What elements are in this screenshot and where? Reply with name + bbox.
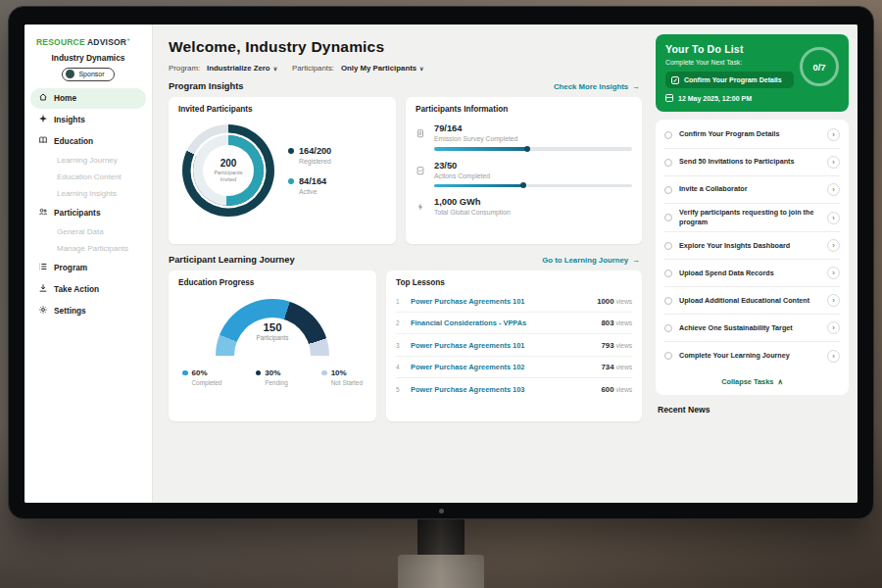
progress-fill (434, 147, 529, 151)
program-filter-dropdown[interactable]: Industrialize Zero ∨ (207, 64, 277, 73)
task-row[interactable]: Complete Your Learning Journey › (664, 342, 840, 369)
task-checkbox[interactable] (664, 131, 672, 139)
task-checkbox[interactable] (664, 324, 672, 332)
legend-value: 60% (192, 368, 222, 377)
chevron-right-button[interactable]: › (827, 350, 840, 363)
views-unit: views (616, 342, 633, 349)
lesson-link[interactable]: Power Purchase Agreements 101 (411, 341, 593, 350)
chevron-right-button[interactable]: › (827, 321, 840, 334)
chevron-right-button[interactable]: › (827, 212, 840, 224)
program-insights-header: Program Insights Check More Insights → (169, 81, 640, 91)
task-checkbox[interactable] (664, 242, 672, 250)
collapse-tasks-link[interactable]: Collapse Tasks ∧ (664, 369, 840, 395)
task-checkbox[interactable] (664, 270, 672, 277)
legend-dot (288, 148, 294, 154)
monitor-stand-base (398, 555, 484, 588)
sidebar-item-take-action[interactable]: Take Action (30, 279, 146, 300)
task-checkbox[interactable] (664, 214, 672, 221)
org-name: Industry Dynamics (24, 53, 152, 63)
task-checkbox[interactable] (664, 352, 672, 360)
card-title: Top Lessons (396, 278, 632, 287)
donut-center: 200 Participants Invited (203, 145, 254, 196)
views-unit: views (616, 364, 633, 370)
chevron-right-button[interactable]: › (827, 239, 840, 252)
task-checkbox[interactable] (664, 186, 672, 194)
views-unit: views (616, 386, 633, 393)
legend-not-started: 10% Not Started (321, 368, 363, 386)
lesson-rank: 5 (396, 386, 403, 393)
task-label: Complete Your Learning Journey (679, 351, 820, 361)
task-row[interactable]: Achieve One Sustainability Target › (664, 315, 840, 342)
invited-participants-card: Invited Participants 200 Participants In… (169, 97, 396, 244)
participants-filter-dropdown[interactable]: Only My Participants ∨ (341, 64, 424, 73)
todo-progress-ring: 0/7 (800, 47, 839, 86)
task-row[interactable]: Send 50 Invitations to Participants › (664, 149, 840, 176)
app-logo: RESOURCE ADVISOR+ (24, 24, 152, 50)
legend-value: 84/164 (299, 176, 326, 186)
invited-participants-donut-chart: 200 Participants Invited (182, 124, 274, 217)
task-row[interactable]: Upload Spend Data Records › (664, 260, 840, 287)
sponsor-icon (66, 70, 74, 78)
legend-active: 84/164 Active (288, 176, 331, 195)
sidebar-item-education[interactable]: Education (30, 131, 146, 152)
progress-fill (434, 184, 525, 188)
views-count: 734 (601, 363, 613, 371)
lesson-views: 734views (601, 363, 632, 371)
stat-label: Total Global Consumption (434, 209, 632, 216)
link-label: Go to Learning Journey (542, 256, 628, 265)
sidebar-item-label: Manage Participants (57, 244, 128, 253)
sidebar-item-participants[interactable]: Participants (30, 203, 146, 223)
sidebar-item-label: Settings (54, 306, 86, 316)
views-unit: views (616, 298, 633, 305)
sponsor-badge[interactable]: Sponsor (62, 68, 114, 81)
collapse-up-icon: ∧ (777, 377, 782, 386)
donut-center-value: 200 (220, 158, 237, 169)
lesson-link[interactable]: Power Purchase Agreements 103 (411, 385, 593, 394)
todo-tasks-card: Confirm Your Program Details › Send 50 I… (656, 120, 849, 395)
sidebar-item-insights[interactable]: Insights (30, 110, 146, 130)
task-row[interactable]: Explore Your Insights Dashboard › (664, 232, 840, 260)
sidebar-item-learning-insights[interactable]: Learning Insights (30, 186, 146, 202)
task-label: Upload Spend Data Records (679, 269, 820, 278)
logo-secondary: ADVISOR (87, 37, 126, 47)
task-checkbox[interactable] (664, 297, 672, 305)
next-task-pill[interactable]: ✓ Confirm Your Program Details (665, 72, 794, 88)
learning-journey-header: Participant Learning Journey Go to Learn… (169, 255, 640, 265)
sidebar-item-home[interactable]: Home (30, 88, 146, 109)
chevron-right-button[interactable]: › (827, 294, 840, 307)
arrow-right-icon: → (632, 82, 640, 91)
chevron-right-button[interactable]: › (827, 128, 840, 141)
checkbox-icon[interactable]: ✓ (671, 76, 679, 84)
task-row[interactable]: Upload Additional Educational Content › (664, 287, 840, 315)
go-to-learning-journey-link[interactable]: Go to Learning Journey → (542, 256, 640, 265)
sidebar-item-learning-journey[interactable]: Learning Journey (30, 153, 146, 169)
donut-legend: 164/200 Registered 84/164 Active (288, 146, 331, 195)
lesson-link[interactable]: Power Purchase Agreements 101 (411, 297, 589, 306)
lesson-link[interactable]: Power Purchase Agreements 102 (411, 363, 593, 371)
lesson-views: 803views (601, 318, 632, 327)
task-row[interactable]: Confirm Your Program Details › (664, 122, 840, 149)
task-label: Upload Additional Educational Content (679, 296, 820, 306)
sidebar-item-manage-participants[interactable]: Manage Participants (30, 241, 146, 257)
task-row[interactable]: Verify participants requesting to join t… (664, 204, 840, 232)
task-row[interactable]: Invite a Collaborator › (664, 176, 840, 204)
chevron-right-button[interactable]: › (827, 156, 840, 169)
task-label: Confirm Your Program Details (679, 129, 820, 139)
sidebar-item-education-content[interactable]: Education Content (30, 170, 146, 185)
task-checkbox[interactable] (664, 159, 672, 167)
monitor-bezel: RESOURCE ADVISOR+ Industry Dynamics Spon… (8, 6, 874, 519)
lesson-link[interactable]: Financial Considerations - VPPAs (411, 318, 593, 327)
sidebar-item-label: Education Content (57, 172, 122, 181)
chevron-right-button[interactable]: › (827, 267, 840, 279)
sidebar-item-settings[interactable]: Settings (30, 301, 146, 321)
sidebar-item-program[interactable]: Program (30, 258, 146, 278)
chevron-right-button[interactable]: › (827, 183, 840, 196)
sidebar-item-general-data[interactable]: General Data (30, 224, 146, 240)
link-label: Check More Insights (554, 82, 628, 91)
arrow-right-icon: → (632, 256, 640, 265)
donut-center-label: Participants Invited (211, 170, 246, 184)
sidebar-item-label: Education (54, 136, 93, 146)
check-more-insights-link[interactable]: Check More Insights → (554, 82, 640, 91)
stat-value: 79/164 (434, 123, 632, 133)
views-count: 793 (601, 341, 613, 350)
